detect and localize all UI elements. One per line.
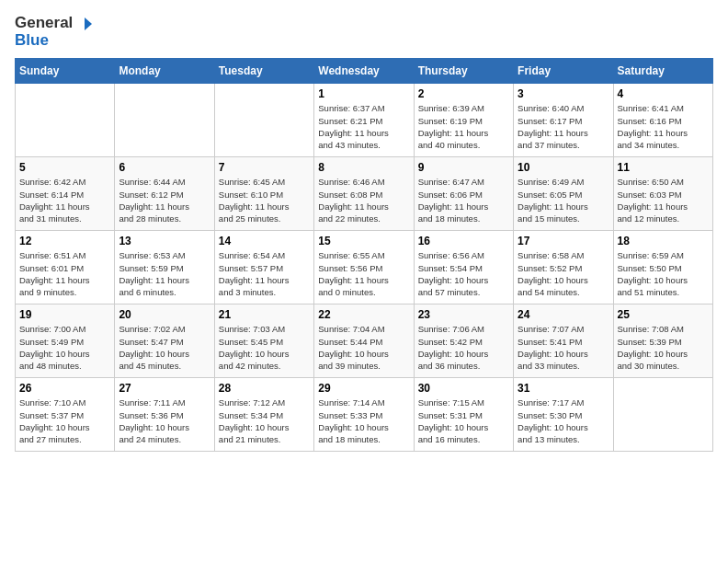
day-info: Sunrise: 6:41 AMSunset: 6:16 PMDaylight:… — [618, 102, 709, 151]
day-info: Sunrise: 6:54 AMSunset: 5:57 PMDaylight:… — [219, 249, 310, 298]
calendar-cell: 7Sunrise: 6:45 AMSunset: 6:10 PMDaylight… — [214, 157, 313, 231]
day-number: 19 — [19, 308, 110, 321]
logo-arrow-icon — [79, 16, 96, 32]
day-number: 6 — [119, 161, 210, 174]
day-number: 26 — [19, 382, 110, 395]
calendar-cell: 21Sunrise: 7:03 AMSunset: 5:45 PMDayligh… — [214, 304, 313, 378]
day-info: Sunrise: 7:15 AMSunset: 5:31 PMDaylight:… — [418, 396, 509, 445]
day-info: Sunrise: 6:51 AMSunset: 6:01 PMDaylight:… — [19, 249, 110, 298]
header-wednesday: Wednesday — [314, 59, 414, 84]
calendar-cell: 22Sunrise: 7:04 AMSunset: 5:44 PMDayligh… — [314, 304, 414, 378]
calendar-cell — [115, 84, 214, 157]
calendar-table: SundayMondayTuesdayWednesdayThursdayFrid… — [15, 58, 713, 452]
day-info: Sunrise: 7:17 AMSunset: 5:30 PMDaylight:… — [518, 396, 609, 445]
day-number: 18 — [618, 235, 709, 247]
svg-marker-0 — [85, 17, 92, 30]
calendar-cell: 19Sunrise: 7:00 AMSunset: 5:49 PMDayligh… — [16, 304, 115, 378]
day-number: 28 — [219, 382, 310, 395]
header-friday: Friday — [514, 59, 613, 84]
calendar-cell: 8Sunrise: 6:46 AMSunset: 6:08 PMDaylight… — [314, 157, 414, 231]
day-number: 22 — [318, 308, 409, 321]
day-info: Sunrise: 6:47 AMSunset: 6:06 PMDaylight:… — [418, 176, 509, 224]
day-number: 24 — [518, 308, 609, 321]
calendar-cell: 31Sunrise: 7:17 AMSunset: 5:30 PMDayligh… — [514, 378, 613, 452]
day-info: Sunrise: 6:45 AMSunset: 6:10 PMDaylight:… — [219, 176, 310, 224]
day-number: 25 — [618, 308, 709, 321]
calendar-cell: 10Sunrise: 6:49 AMSunset: 6:05 PMDayligh… — [514, 157, 613, 231]
calendar-cell: 29Sunrise: 7:14 AMSunset: 5:33 PMDayligh… — [314, 378, 414, 452]
calendar-cell: 15Sunrise: 6:55 AMSunset: 5:56 PMDayligh… — [314, 231, 414, 304]
day-number: 10 — [518, 161, 609, 174]
logo-blue: Blue — [15, 31, 49, 49]
day-info: Sunrise: 7:10 AMSunset: 5:37 PMDaylight:… — [19, 396, 110, 445]
day-number: 30 — [418, 382, 509, 395]
week-row-2: 5Sunrise: 6:42 AMSunset: 6:14 PMDaylight… — [16, 157, 713, 231]
day-info: Sunrise: 6:53 AMSunset: 5:59 PMDaylight:… — [119, 249, 210, 298]
calendar-cell: 3Sunrise: 6:40 AMSunset: 6:17 PMDaylight… — [514, 84, 613, 157]
calendar-cell: 28Sunrise: 7:12 AMSunset: 5:34 PMDayligh… — [214, 378, 313, 452]
calendar-cell: 14Sunrise: 6:54 AMSunset: 5:57 PMDayligh… — [214, 231, 313, 304]
day-info: Sunrise: 6:46 AMSunset: 6:08 PMDaylight:… — [318, 176, 409, 224]
day-number: 11 — [618, 161, 709, 174]
day-number: 12 — [19, 235, 110, 247]
day-number: 9 — [418, 161, 509, 174]
calendar-cell: 6Sunrise: 6:44 AMSunset: 6:12 PMDaylight… — [115, 157, 214, 231]
day-number: 27 — [119, 382, 210, 395]
calendar-cell: 9Sunrise: 6:47 AMSunset: 6:06 PMDaylight… — [414, 157, 513, 231]
day-info: Sunrise: 7:02 AMSunset: 5:47 PMDaylight:… — [119, 323, 210, 372]
day-info: Sunrise: 6:42 AMSunset: 6:14 PMDaylight:… — [19, 176, 110, 224]
calendar-cell: 25Sunrise: 7:08 AMSunset: 5:39 PMDayligh… — [613, 304, 712, 378]
day-info: Sunrise: 6:37 AMSunset: 6:21 PMDaylight:… — [318, 102, 409, 151]
day-info: Sunrise: 7:08 AMSunset: 5:39 PMDaylight:… — [618, 323, 709, 372]
week-row-3: 12Sunrise: 6:51 AMSunset: 6:01 PMDayligh… — [16, 231, 713, 304]
day-number: 4 — [618, 87, 709, 100]
day-info: Sunrise: 7:07 AMSunset: 5:41 PMDaylight:… — [518, 323, 609, 372]
header-sunday: Sunday — [16, 59, 115, 84]
calendar-cell: 17Sunrise: 6:58 AMSunset: 5:52 PMDayligh… — [514, 231, 613, 304]
day-number: 3 — [518, 87, 609, 100]
calendar-cell: 24Sunrise: 7:07 AMSunset: 5:41 PMDayligh… — [514, 304, 613, 378]
day-info: Sunrise: 6:56 AMSunset: 5:54 PMDaylight:… — [418, 249, 509, 298]
calendar-cell: 20Sunrise: 7:02 AMSunset: 5:47 PMDayligh… — [115, 304, 214, 378]
day-info: Sunrise: 6:44 AMSunset: 6:12 PMDaylight:… — [119, 176, 210, 224]
calendar-cell — [214, 84, 313, 157]
week-row-4: 19Sunrise: 7:00 AMSunset: 5:49 PMDayligh… — [16, 304, 713, 378]
day-info: Sunrise: 6:58 AMSunset: 5:52 PMDaylight:… — [518, 249, 609, 298]
calendar-cell: 23Sunrise: 7:06 AMSunset: 5:42 PMDayligh… — [414, 304, 513, 378]
day-number: 20 — [119, 308, 210, 321]
day-number: 8 — [318, 161, 409, 174]
calendar-cell — [613, 378, 712, 452]
calendar-cell: 27Sunrise: 7:11 AMSunset: 5:36 PMDayligh… — [115, 378, 214, 452]
day-number: 16 — [418, 235, 509, 247]
calendar-cell: 4Sunrise: 6:41 AMSunset: 6:16 PMDaylight… — [613, 84, 712, 157]
day-number: 15 — [318, 235, 409, 247]
day-info: Sunrise: 7:04 AMSunset: 5:44 PMDaylight:… — [318, 323, 409, 372]
logo: General Blue — [15, 15, 96, 49]
calendar-cell — [16, 84, 115, 157]
day-number: 23 — [418, 308, 509, 321]
day-number: 21 — [219, 308, 310, 321]
header-tuesday: Tuesday — [214, 59, 313, 84]
day-number: 5 — [19, 161, 110, 174]
calendar-cell: 13Sunrise: 6:53 AMSunset: 5:59 PMDayligh… — [115, 231, 214, 304]
day-number: 1 — [318, 87, 409, 100]
calendar-cell: 2Sunrise: 6:39 AMSunset: 6:19 PMDaylight… — [414, 84, 513, 157]
calendar-cell: 30Sunrise: 7:15 AMSunset: 5:31 PMDayligh… — [414, 378, 513, 452]
logo-general: General — [15, 14, 73, 31]
day-info: Sunrise: 7:11 AMSunset: 5:36 PMDaylight:… — [119, 396, 210, 445]
day-info: Sunrise: 6:59 AMSunset: 5:50 PMDaylight:… — [618, 249, 709, 298]
calendar-cell: 26Sunrise: 7:10 AMSunset: 5:37 PMDayligh… — [16, 378, 115, 452]
calendar-cell: 1Sunrise: 6:37 AMSunset: 6:21 PMDaylight… — [314, 84, 414, 157]
day-info: Sunrise: 7:03 AMSunset: 5:45 PMDaylight:… — [219, 323, 310, 372]
day-number: 13 — [119, 235, 210, 247]
week-row-1: 1Sunrise: 6:37 AMSunset: 6:21 PMDaylight… — [16, 84, 713, 157]
calendar-cell: 18Sunrise: 6:59 AMSunset: 5:50 PMDayligh… — [613, 231, 712, 304]
day-number: 17 — [518, 235, 609, 247]
day-info: Sunrise: 6:50 AMSunset: 6:03 PMDaylight:… — [618, 176, 709, 224]
calendar-cell: 11Sunrise: 6:50 AMSunset: 6:03 PMDayligh… — [613, 157, 712, 231]
calendar-cell: 5Sunrise: 6:42 AMSunset: 6:14 PMDaylight… — [16, 157, 115, 231]
calendar-cell: 12Sunrise: 6:51 AMSunset: 6:01 PMDayligh… — [16, 231, 115, 304]
calendar-cell: 16Sunrise: 6:56 AMSunset: 5:54 PMDayligh… — [414, 231, 513, 304]
day-info: Sunrise: 7:00 AMSunset: 5:49 PMDaylight:… — [19, 323, 110, 372]
day-info: Sunrise: 7:12 AMSunset: 5:34 PMDaylight:… — [219, 396, 310, 445]
